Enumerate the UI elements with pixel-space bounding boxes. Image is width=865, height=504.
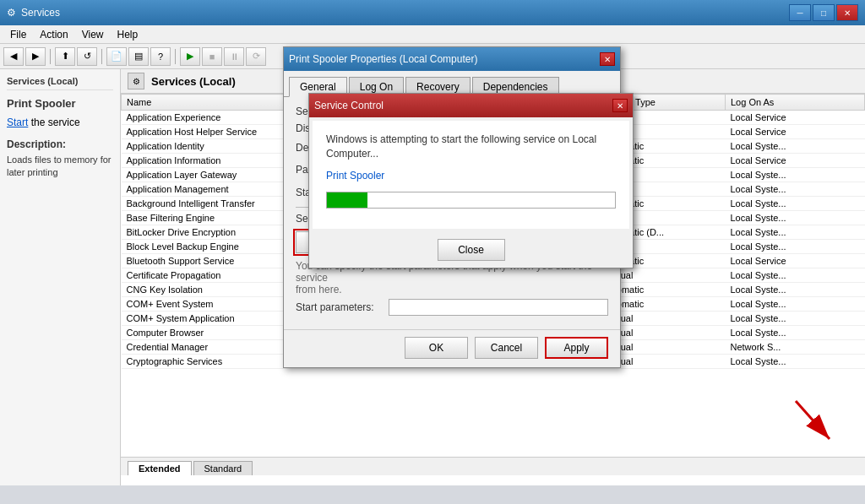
svg-line-1: [796, 401, 830, 439]
start-params-input[interactable]: [389, 299, 608, 316]
service-control-content: Windows is attempting to start the follo…: [313, 121, 629, 229]
progress-bar-container: [326, 192, 616, 209]
dialog-footer: OK Cancel Apply: [284, 329, 620, 367]
properties-dialog-title: Print Spooler Properties (Local Computer…: [289, 53, 477, 65]
ok-button[interactable]: OK: [405, 337, 468, 359]
progress-bar-fill: [327, 192, 367, 208]
service-control-title: Service Control: [314, 100, 384, 111]
cancel-button[interactable]: Cancel: [475, 337, 538, 359]
apply-button[interactable]: Apply: [545, 337, 608, 359]
properties-dialog-close[interactable]: ✕: [600, 52, 615, 66]
properties-dialog-title-bar: Print Spooler Properties (Local Computer…: [284, 47, 620, 71]
start-params-label: Start parameters:: [296, 301, 389, 313]
service-control-close-dialog-btn[interactable]: Close: [438, 239, 505, 261]
apply-red-arrow: [779, 393, 846, 460]
service-control-message: Windows is attempting to start the follo…: [326, 133, 616, 161]
service-control-dialog: Service Control ✕ Windows is attempting …: [308, 93, 634, 268]
dialog-overlay: Print Spooler Properties (Local Computer…: [0, 0, 865, 504]
start-params-row: Start parameters:: [296, 299, 608, 316]
service-control-close-btn[interactable]: ✕: [612, 99, 628, 112]
service-control-title-bar: Service Control ✕: [309, 94, 633, 117]
service-control-service-name: Print Spooler: [326, 170, 616, 182]
service-control-footer: Close: [309, 232, 633, 268]
